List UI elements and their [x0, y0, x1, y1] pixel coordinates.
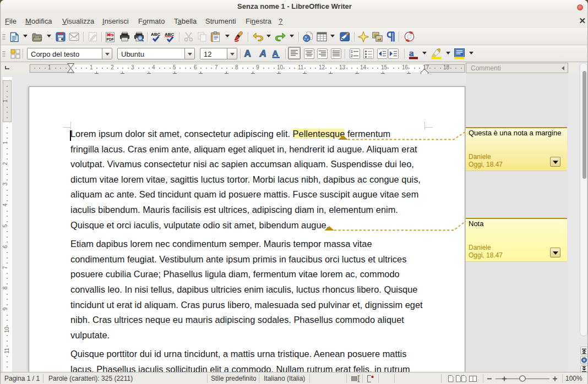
svg-text:1: 1 — [351, 50, 353, 53]
svg-text:A: A — [259, 48, 266, 58]
svg-text:ABC: ABC — [151, 32, 161, 37]
svg-text:2: 2 — [351, 54, 353, 58]
svg-text:A: A — [273, 48, 279, 58]
svg-text:A: A — [244, 48, 251, 58]
svg-text:a: a — [409, 48, 414, 58]
svg-text:PDF: PDF — [107, 37, 114, 41]
